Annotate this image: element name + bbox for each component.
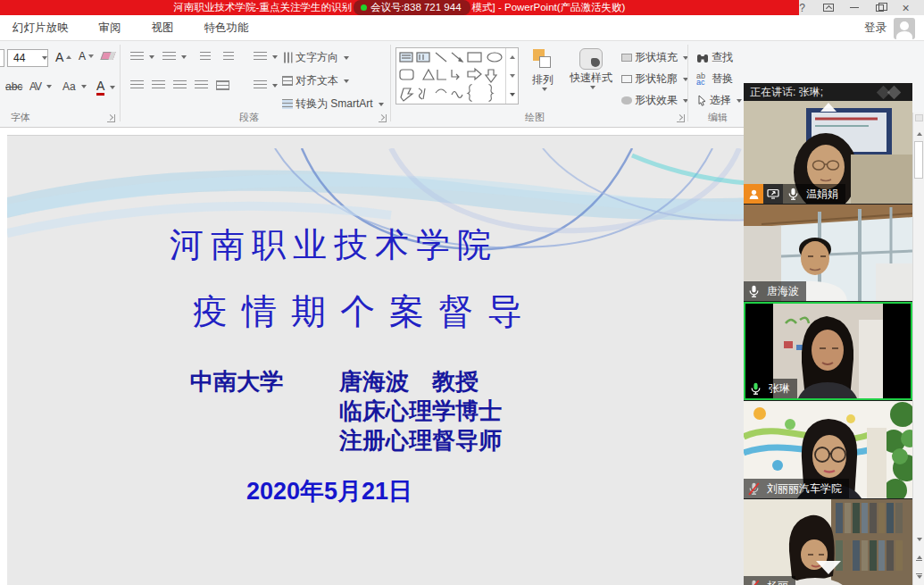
select-button[interactable]: 选择: [696, 93, 742, 108]
find-button[interactable]: 查找: [696, 50, 733, 65]
shapes-scroll-down[interactable]: [506, 67, 518, 86]
change-case-button[interactable]: Aa: [62, 80, 87, 93]
convert-smartart-button[interactable]: 转换为 SmartArt: [282, 96, 384, 112]
align-text-icon: [282, 76, 293, 86]
smartart-icon: [282, 99, 293, 109]
align-center-button[interactable]: [152, 80, 165, 90]
mic-on-icon: [744, 281, 763, 301]
line-spacing-button[interactable]: [254, 52, 278, 62]
minimize-button[interactable]: [841, 0, 867, 15]
scroll-thumb[interactable]: [914, 141, 923, 179]
sign-in-link[interactable]: 登录: [864, 21, 887, 36]
increase-indent-button[interactable]: [223, 52, 234, 62]
previous-slide-button[interactable]: [913, 550, 924, 566]
participant-tile-tanghaibo[interactable]: 唐海波: [744, 205, 912, 301]
columns-icon: [254, 80, 267, 90]
shape-fill-icon: [621, 54, 632, 62]
title-bar: 河南职业技术学院-重点关注学生的识别 会议号:838 721 944 模式] -…: [0, 0, 924, 15]
clear-formatting-button[interactable]: [102, 52, 114, 60]
participant-name: 张琳: [765, 381, 797, 397]
shapes-gallery-more[interactable]: [506, 85, 518, 104]
editing-group-label: 编辑: [708, 111, 728, 124]
align-right-icon: [173, 80, 187, 90]
replace-button[interactable]: abac 替换: [696, 71, 733, 87]
tab-view[interactable]: 视图: [152, 21, 174, 36]
find-binoculars-icon: [696, 53, 709, 63]
grow-font-icon: [66, 55, 71, 59]
font-group-label: 字体: [11, 111, 30, 124]
tab-special-features[interactable]: 特色功能: [204, 21, 249, 36]
slide-title-line1: 河南职业技术学院: [170, 222, 498, 268]
distribute-icon: [216, 80, 229, 90]
meeting-floating-bar[interactable]: 会议号:838 721 944: [354, 0, 470, 15]
meeting-video-panel: 正在讲话: 张琳;: [744, 83, 912, 585]
shapes-scroll-up[interactable]: [506, 48, 518, 67]
participant-name: 刘丽丽汽车学院: [763, 481, 849, 497]
tab-slideshow[interactable]: 幻灯片放映: [12, 21, 69, 36]
collapse-panel-arrow-icon[interactable]: [820, 103, 837, 112]
distribute-button[interactable]: [216, 80, 229, 90]
justify-button[interactable]: [195, 80, 208, 90]
scroll-down-button[interactable]: [913, 532, 924, 546]
ribbon-tab-row: 幻灯片放映 审阅 视图 特色功能 登录: [0, 15, 924, 41]
next-slide-button[interactable]: [913, 568, 924, 584]
close-icon: ×: [902, 2, 909, 14]
mic-muted-icon: [744, 576, 763, 585]
quick-styles-button[interactable]: 快速样式: [566, 48, 616, 89]
font-dialog-launcher[interactable]: [107, 114, 115, 122]
mic-speaking-icon: [745, 379, 765, 398]
arrange-button[interactable]: 排列: [527, 48, 559, 91]
align-left-button[interactable]: [130, 80, 144, 90]
participant-name: 唐海波: [763, 284, 806, 299]
participant-tile-wenjuanjuan[interactable]: 温娟娟: [744, 101, 912, 204]
account-avatar[interactable]: [894, 18, 915, 39]
slide-scrollbar[interactable]: [912, 113, 924, 585]
justify-icon: [195, 80, 208, 90]
decrease-indent-icon: [200, 52, 211, 62]
bullets-button[interactable]: [130, 52, 154, 62]
strikethrough-button[interactable]: abc: [5, 80, 22, 93]
grow-font-button[interactable]: A: [55, 50, 71, 64]
participant-name: 温娟娟: [803, 187, 845, 202]
shape-fill-button[interactable]: 形状填充: [621, 50, 688, 65]
window-title-prefix: 河南职业技术学院-重点关注学生的识别: [174, 1, 352, 14]
font-size-value: 44: [8, 52, 39, 64]
columns-button[interactable]: [254, 80, 278, 90]
align-text-button[interactable]: 对齐文本: [282, 73, 349, 88]
quick-styles-icon: [579, 48, 603, 70]
character-spacing-button[interactable]: AV: [29, 80, 52, 93]
font-name-combo-cropped[interactable]: [0, 49, 4, 67]
drawing-dialog-launcher[interactable]: [677, 114, 685, 122]
shrink-font-button[interactable]: A: [79, 50, 94, 63]
participant-tile-liulili[interactable]: 刘丽丽汽车学院: [744, 401, 912, 498]
split-handle[interactable]: [915, 114, 923, 121]
host-badge-icon: [744, 184, 763, 204]
shrink-font-icon: [88, 54, 94, 58]
help-button[interactable]: ?: [789, 0, 815, 15]
window-title-suffix: 模式] - PowerPoint(产品激活失败): [472, 1, 626, 14]
arrange-icon: [531, 48, 554, 71]
font-color-button[interactable]: A: [96, 79, 115, 96]
replace-icon: abac: [696, 73, 709, 86]
meeting-logo-icon: [871, 85, 907, 99]
shape-icons: [396, 48, 505, 104]
participant-tile-zhanglin-active[interactable]: 张琳: [744, 302, 912, 400]
close-button[interactable]: ×: [893, 0, 919, 15]
shape-outline-button[interactable]: 形状轮廓: [621, 71, 688, 87]
shape-effects-button[interactable]: 形状效果: [621, 93, 688, 108]
restore-button[interactable]: [867, 0, 893, 15]
scroll-up-button[interactable]: [913, 127, 924, 140]
tab-review[interactable]: 审阅: [99, 21, 121, 36]
align-right-button[interactable]: [173, 80, 187, 90]
shapes-gallery[interactable]: [395, 47, 519, 104]
numbering-button[interactable]: [162, 52, 187, 62]
slide-org: 中南大学: [190, 366, 283, 397]
slide-credential-1: 临床心理学博士: [339, 396, 502, 427]
scroll-more-participants-arrow-icon[interactable]: [816, 561, 841, 574]
ribbon-display-options-button[interactable]: [815, 0, 841, 15]
decrease-indent-button[interactable]: [200, 52, 211, 62]
font-size-combo[interactable]: 44: [7, 49, 48, 67]
text-direction-button[interactable]: 文字方向: [282, 50, 349, 65]
text-direction-icon: [283, 53, 293, 63]
paragraph-dialog-launcher[interactable]: [379, 114, 387, 122]
